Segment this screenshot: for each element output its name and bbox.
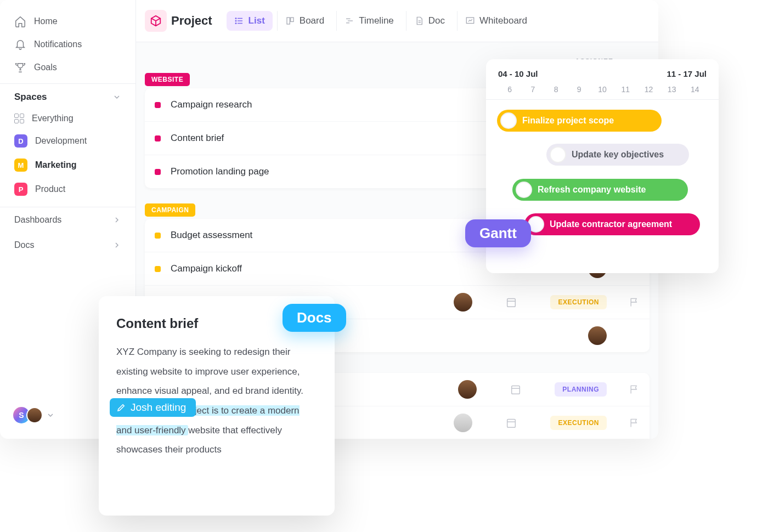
avatar[interactable] [454,414,472,432]
bell-icon [14,38,26,50]
svg-point-5 [235,23,236,24]
flag-icon[interactable] [629,297,640,308]
group-website[interactable]: WEBSITE [145,73,190,86]
gantt-bar-label: Update contractor agreement [550,219,672,229]
doc-icon [414,16,424,26]
nav-label: Notifications [34,39,82,49]
home-icon [14,15,26,27]
nav-goals[interactable]: Goals [0,56,135,79]
gantt-header: 04 - 10 Jul 11 - 17 Jul [486,69,719,82]
day: 14 [684,85,707,94]
day: 6 [498,85,521,94]
nav-dashboards[interactable]: Dashboards [0,207,135,233]
svg-point-3 [235,18,236,19]
group-campaign[interactable]: CAMPAIGN [145,203,195,217]
spaces-header[interactable]: Spaces [0,83,135,108]
editing-text: Josh editing [131,401,186,414]
space-label: Development [35,136,87,146]
doc-text: ed brand identity. [233,386,303,396]
view-whiteboard[interactable]: Whiteboard [457,11,535,31]
project-icon [145,10,167,32]
chevron-right-icon [112,216,121,224]
status-badge[interactable]: EXECUTION [550,416,607,430]
nav-notifications[interactable]: Notifications [0,33,135,56]
nav-label: Goals [34,63,57,72]
space-badge: P [14,183,27,196]
day: 10 [591,85,614,94]
project-title: Project [171,14,212,28]
avatar[interactable] [454,293,472,312]
view-label: Board [300,15,324,26]
board-icon [285,16,295,26]
svg-rect-14 [507,299,516,307]
space-badge: D [14,134,27,148]
whiteboard-icon [465,16,475,26]
toolbar: Project List Board Timeline Doc Whiteboa… [136,0,658,42]
day: 7 [521,85,544,94]
view-list[interactable]: List [227,11,273,31]
calendar-icon[interactable] [510,383,522,395]
flag-icon[interactable] [629,384,640,395]
flag-icon[interactable] [629,417,640,428]
nav-home[interactable]: Home [0,10,135,33]
gantt-days: 6 7 8 9 10 11 12 13 14 [486,82,719,100]
bottom-nav: Dashboards Docs [0,207,135,258]
docs-callout: Docs [283,304,346,332]
day: 9 [568,85,591,94]
space-label: Product [35,184,65,194]
chevron-right-icon [112,241,121,250]
space-label: Everything [32,114,74,123]
status-dot [155,233,161,239]
gantt-bar[interactable]: Update key objectives [546,144,689,166]
status-badge[interactable]: EXECUTION [550,295,607,309]
gantt-bar[interactable]: Refresh company website [512,179,688,201]
calendar-icon[interactable] [505,417,517,429]
space-badge: M [14,159,27,172]
space-development[interactable]: D Development [0,129,135,153]
gantt-bar-label: Refresh company website [538,185,646,195]
view-label: Timeline [359,15,394,26]
avatar [500,112,517,129]
view-label: List [249,15,265,26]
list-icon [234,16,244,26]
gantt-bar[interactable]: Finalize project scope [497,110,662,132]
box-icon [150,15,162,27]
view-doc[interactable]: Doc [406,11,453,31]
user-avatar [26,407,43,423]
trophy-icon [14,61,26,73]
gantt-bar-label: Update key objectives [572,150,664,160]
space-everything[interactable]: Everything [0,108,135,129]
gantt-callout: Gantt [465,219,531,247]
status-badge[interactable]: PLANNING [555,382,607,397]
avatar [516,182,532,198]
status-dot [155,135,161,142]
svg-rect-6 [287,18,290,24]
svg-point-4 [235,20,236,21]
avatar[interactable] [458,380,477,399]
nav-docs[interactable]: Docs [0,233,135,258]
nav-label: Docs [14,240,34,250]
status-dot [155,266,161,272]
view-label: Whiteboard [479,15,527,26]
svg-rect-16 [512,386,520,394]
view-timeline[interactable]: Timeline [336,11,402,31]
gantt-bar-label: Finalize project scope [522,116,614,126]
nav-label: Home [34,16,58,26]
space-product[interactable]: P Product [0,177,135,201]
day: 11 [614,85,637,94]
gantt-bar[interactable]: Update contractor agreement [524,213,700,235]
calendar-icon[interactable] [505,296,517,308]
date-range: 11 - 17 Jul [667,69,707,78]
status-dot [155,102,161,108]
everything-icon [14,114,24,123]
pencil-icon [116,403,126,412]
spaces-header-text: Spaces [14,92,47,103]
space-label: Marketing [35,160,77,170]
view-label: Doc [428,15,445,26]
avatar[interactable] [588,326,607,345]
view-board[interactable]: Board [277,11,332,31]
space-marketing[interactable]: M Marketing [0,153,135,177]
day: 8 [544,85,567,94]
avatar [550,146,566,163]
user-menu[interactable]: S [13,407,55,423]
